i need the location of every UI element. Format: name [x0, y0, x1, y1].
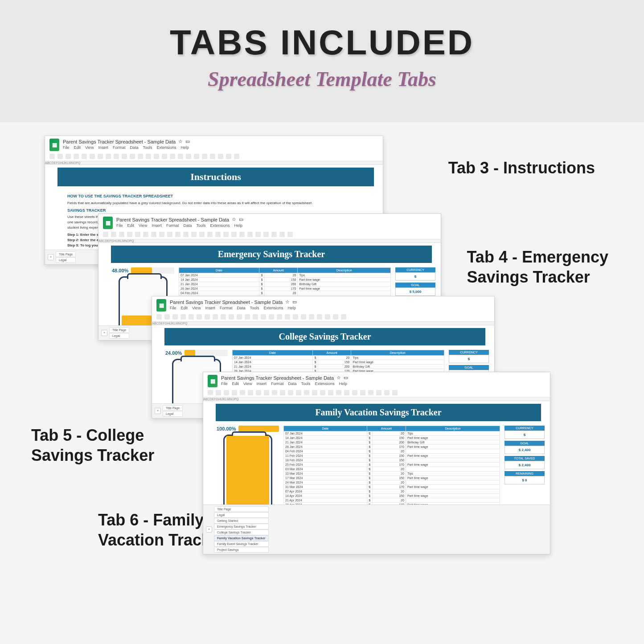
menu-bar[interactable]: FileEditViewInsertFormatDataToolsExtensi… — [116, 223, 436, 228]
item-5[interactable]: Data — [288, 381, 296, 386]
tbtn-14[interactable] — [269, 314, 274, 320]
stab-2[interactable]: Getting Started — [214, 518, 269, 524]
menu-bar[interactable]: FileEditViewInsertFormatDataToolsExtensi… — [221, 381, 546, 386]
item-1[interactable]: Edit — [74, 145, 81, 150]
tbtn-16[interactable] — [231, 232, 237, 237]
tbtn-0[interactable] — [103, 232, 108, 237]
tbtn-12[interactable] — [253, 314, 258, 320]
footer-tabs[interactable]: Title PageLegal — [163, 405, 183, 417]
tbtn-1[interactable] — [216, 390, 221, 395]
toolbar[interactable] — [98, 230, 441, 239]
add-sheet-button[interactable]: + — [101, 330, 107, 336]
tbtn-11[interactable] — [138, 154, 143, 159]
item-8[interactable]: Help — [180, 145, 189, 150]
toolbar[interactable] — [152, 312, 494, 322]
table-row[interactable]: 21 Jan 2024$200Birthday Gift — [284, 440, 500, 445]
tbtn-16[interactable] — [336, 390, 341, 395]
item-2[interactable]: View — [243, 381, 252, 386]
table-row[interactable]: 04 Feb 2024$20 — [179, 291, 391, 295]
currency-value[interactable]: $ — [449, 355, 489, 363]
item-4[interactable]: Format — [113, 145, 126, 150]
tbtn-8[interactable] — [272, 390, 277, 395]
table-row[interactable]: 17 Mar 2024$150Part time wage — [284, 476, 500, 480]
tbtn-2[interactable] — [66, 154, 71, 159]
tbtn-6[interactable] — [205, 314, 210, 320]
table-row[interactable]: 03 Mar 2024$20 — [284, 467, 500, 472]
toolbar[interactable] — [45, 152, 383, 161]
tbtn-10[interactable] — [183, 232, 189, 237]
tbtn-21[interactable] — [218, 154, 223, 159]
tbtn-9[interactable] — [175, 232, 180, 237]
folder-icon[interactable]: ▭ — [185, 139, 190, 144]
tbtn-0[interactable] — [156, 314, 162, 320]
tbtn-13[interactable] — [312, 390, 317, 395]
table-row[interactable]: 31 Mar 2024$170Part time wage — [284, 485, 500, 489]
item-7[interactable]: Extensions — [210, 223, 230, 228]
item-0[interactable]: File — [63, 145, 70, 150]
item-16[interactable]: Q — [78, 161, 80, 164]
stab-1[interactable]: Legal — [109, 333, 129, 339]
tbtn-8[interactable] — [114, 154, 119, 159]
tbtn-23[interactable] — [341, 314, 346, 320]
tbtn-9[interactable] — [122, 154, 127, 159]
tbtn-9[interactable] — [280, 390, 285, 395]
item-7[interactable]: Extensions — [156, 145, 176, 150]
tbtn-4[interactable] — [135, 232, 140, 237]
table-row[interactable]: 07 Jan 2024$20Tips — [179, 273, 391, 278]
table-row[interactable]: 07 Jan 2024$20Tips — [233, 356, 444, 360]
item-6[interactable]: Tools — [143, 145, 152, 150]
tbtn-19[interactable] — [309, 314, 314, 320]
tbtn-1[interactable] — [164, 314, 170, 320]
tbtn-2[interactable] — [172, 314, 178, 320]
tbtn-10[interactable] — [237, 314, 242, 320]
item-2[interactable]: View — [85, 145, 94, 150]
tbtn-6[interactable] — [98, 154, 103, 159]
tbtn-20[interactable] — [263, 232, 269, 237]
tbtn-18[interactable] — [301, 314, 306, 320]
stab-1[interactable]: Legal — [214, 512, 269, 518]
tbtn-12[interactable] — [199, 232, 205, 237]
tbtn-0[interactable] — [208, 390, 213, 395]
tbtn-14[interactable] — [215, 232, 221, 237]
table-row[interactable]: 21 Apr 2024$20 — [284, 498, 500, 503]
star-icon[interactable]: ☆ — [336, 375, 341, 381]
tbtn-23[interactable] — [287, 232, 293, 237]
tbtn-4[interactable] — [82, 154, 87, 159]
item-6[interactable]: Tools — [250, 306, 259, 310]
item-5[interactable]: Data — [183, 223, 192, 228]
tbtn-11[interactable] — [245, 314, 250, 320]
tbtn-15[interactable] — [223, 232, 229, 237]
item-6[interactable]: Tools — [301, 381, 310, 386]
tbtn-10[interactable] — [288, 390, 293, 395]
table-row[interactable]: 25 Feb 2024$170Part time wage — [284, 463, 500, 467]
tbtn-5[interactable] — [248, 390, 253, 395]
tbtn-0[interactable] — [49, 154, 55, 159]
item-0[interactable]: File — [221, 381, 228, 386]
tbtn-20[interactable] — [368, 390, 373, 395]
item-16[interactable]: Q — [236, 398, 238, 401]
tbtn-15[interactable] — [277, 314, 282, 320]
tbtn-7[interactable] — [213, 314, 218, 320]
tbtn-17[interactable] — [293, 314, 298, 320]
folder-icon[interactable]: ▭ — [239, 217, 243, 222]
footer-tabs[interactable]: Title PageLegal — [109, 327, 129, 339]
tbtn-15[interactable] — [170, 154, 175, 159]
tbtn-16[interactable] — [178, 154, 183, 159]
tbtn-21[interactable] — [376, 390, 381, 395]
tbtn-13[interactable] — [154, 154, 159, 159]
tbtn-1[interactable] — [111, 232, 116, 237]
tbtn-18[interactable] — [194, 154, 199, 159]
item-4[interactable]: Format — [220, 306, 233, 310]
item-3[interactable]: Insert — [98, 145, 108, 150]
footer-tabs[interactable]: Title PageLegal — [56, 251, 76, 263]
item-2[interactable]: View — [139, 223, 147, 228]
tbtn-12[interactable] — [146, 154, 151, 159]
item-7[interactable]: Extensions — [263, 306, 283, 310]
table-row[interactable]: 14 Jan 2024$150Part time wage — [179, 278, 391, 282]
item-3[interactable]: Insert — [152, 223, 162, 228]
goal-value[interactable]: $ 5,000 — [395, 287, 435, 296]
item-2[interactable]: View — [192, 306, 201, 310]
table-row[interactable]: 24 Mar 2024$20 — [284, 480, 500, 485]
sheet-footer[interactable]: + Title PageLegalGetting StartedEmergenc… — [203, 505, 550, 554]
tbtn-16[interactable] — [285, 314, 290, 320]
